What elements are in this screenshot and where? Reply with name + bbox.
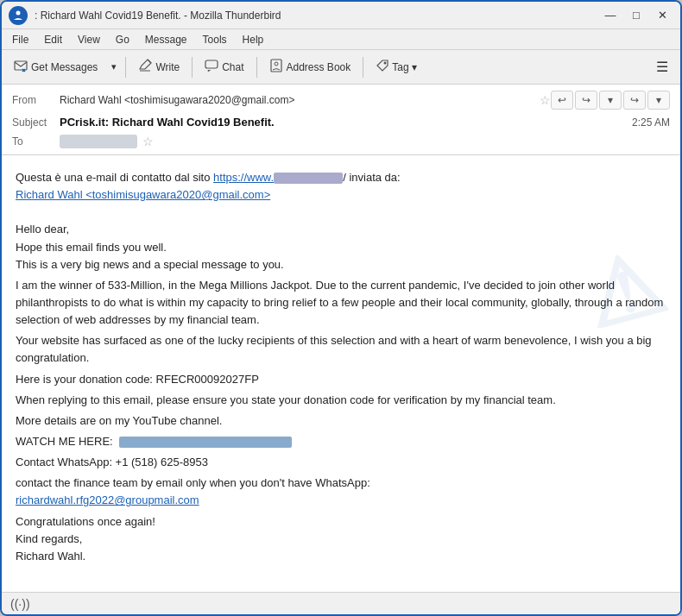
time-value: 2:25 AM: [632, 116, 670, 129]
congratulations-line: Congratulations once again!: [16, 513, 666, 531]
subject-value: PCrisk.it: Richard Wahl Covid19 Benefit.: [60, 116, 632, 129]
from-row: From Richard Wahl <toshimisugawara2020@g…: [2, 88, 680, 112]
minimize-button[interactable]: —: [599, 7, 622, 24]
close-button[interactable]: ✕: [651, 7, 673, 24]
email-link-line: richardwahl.rfg2022@groupmail.com: [16, 492, 666, 509]
tag-label: Tag: [392, 61, 408, 73]
whatsapp-line: Contact WhatsApp: +1 (518) 625-8953: [16, 454, 666, 471]
tag-dropdown-arrow: ▾: [412, 61, 417, 73]
tag-icon: [376, 59, 389, 75]
chat-icon: [205, 59, 218, 75]
chat-button[interactable]: Chat: [198, 54, 250, 80]
donation-code-line: Here is your donation code: RFECR0009202…: [16, 371, 666, 388]
link-website[interactable]: https://www.: [213, 171, 274, 184]
from-label: From: [12, 94, 60, 106]
more-button[interactable]: ▾: [647, 91, 670, 110]
get-messages-button[interactable]: Get Messages: [7, 54, 104, 80]
to-row: To ☆: [2, 132, 680, 151]
sender-line: Richard Wahl <toshimisugawara2020@gmail.…: [16, 186, 666, 204]
toolbar: Get Messages ▾ Write Chat: [2, 50, 680, 85]
separator-3: [256, 57, 257, 78]
subject-row: Subject PCrisk.it: Richard Wahl Covid19 …: [2, 112, 680, 132]
forward-button[interactable]: ↪: [623, 91, 646, 110]
subject-label: Subject: [12, 116, 60, 129]
sender-email-link[interactable]: Richard Wahl <toshimisugawara2020@gmail.…: [16, 188, 270, 201]
header-action-buttons: ↩ ↪ ▾ ↪ ▾: [551, 91, 670, 110]
get-messages-icon: [14, 59, 28, 75]
svg-rect-3: [205, 60, 218, 68]
email-body: ⚠ Questa è una e-mail di contatto dal si…: [2, 155, 680, 592]
svg-point-1: [16, 10, 21, 15]
reply-back-button[interactable]: ↩: [551, 91, 573, 110]
svg-point-5: [275, 62, 278, 66]
chat-label: Chat: [222, 61, 243, 73]
watch-me-line: WATCH ME HERE:: [16, 433, 666, 450]
svg-point-6: [384, 62, 387, 65]
reply-button[interactable]: ↪: [575, 91, 597, 110]
to-star-icon[interactable]: ☆: [142, 135, 154, 148]
more-actions-dropdown[interactable]: ▾: [599, 91, 622, 110]
maximize-button[interactable]: □: [625, 7, 647, 24]
address-book-icon: [269, 59, 283, 75]
window-controls: — □ ✕: [599, 7, 673, 24]
menu-tools[interactable]: Tools: [196, 31, 234, 48]
main-window: : Richard Wahl Covid19 Benefit. - Mozill…: [0, 0, 682, 616]
intro-text-1: Questa è una e-mail di contatto dal sito: [16, 171, 213, 184]
kind-regards-line: Kind regards,: [16, 531, 666, 548]
separator-2: [192, 57, 193, 78]
app-icon: [9, 6, 28, 25]
menu-go[interactable]: Go: [109, 31, 136, 48]
separator-1: [125, 57, 126, 78]
svg-rect-2: [15, 61, 27, 70]
hamburger-menu-button[interactable]: ☰: [649, 54, 675, 80]
menu-file[interactable]: File: [5, 31, 35, 48]
big-news-line: This is a very big news and a special me…: [16, 256, 666, 273]
intro-line: Questa è una e-mail di contatto dal sito…: [16, 169, 666, 186]
title-bar: : Richard Wahl Covid19 Benefit. - Mozill…: [2, 2, 680, 29]
winner-para: I am the winner of 533-Million, in the M…: [16, 277, 666, 329]
replying-instruction: When replying to this email, please ensu…: [16, 392, 666, 409]
watch-me-text: WATCH ME HERE:: [16, 435, 113, 448]
get-messages-dropdown[interactable]: ▾: [108, 54, 120, 80]
separator-4: [363, 57, 363, 78]
greeting-line: Hello dear,: [16, 221, 666, 238]
blurred-link: [119, 437, 292, 448]
write-label: Write: [155, 61, 180, 73]
from-value: Richard Wahl <toshimisugawara2020@gmail.…: [60, 94, 534, 106]
menu-edit[interactable]: Edit: [37, 31, 69, 48]
menu-message[interactable]: Message: [138, 31, 194, 48]
sender-name-line: Richard Wahl.: [16, 548, 666, 565]
status-bar: ((·)): [2, 592, 680, 614]
to-label: To: [12, 135, 60, 148]
menu-bar: File Edit View Go Message Tools Help: [2, 29, 680, 50]
intro-text-2: inviata da:: [346, 171, 401, 184]
email-contact-line: contact the finance team by email only w…: [16, 475, 666, 492]
youtube-line: More details are on my YouTube channel.: [16, 412, 666, 430]
email-link[interactable]: richardwahl.rfg2022@groupmail.com: [16, 493, 199, 506]
star-icon[interactable]: ☆: [540, 93, 551, 107]
get-messages-label: Get Messages: [31, 61, 98, 73]
address-book-label: Address Book: [287, 61, 351, 73]
blurred-url: [274, 173, 343, 184]
write-button[interactable]: Write: [131, 54, 186, 80]
email-header: From Richard Wahl <toshimisugawara2020@g…: [2, 85, 680, 155]
hope-line: Hope this email finds you well.: [16, 239, 666, 256]
address-book-button[interactable]: Address Book: [262, 54, 358, 80]
website-surfaced-para: Your website has surfaced as one of the …: [16, 332, 666, 367]
menu-view[interactable]: View: [71, 31, 107, 48]
menu-help[interactable]: Help: [236, 31, 271, 48]
to-value-blurred: [60, 135, 137, 148]
window-title: : Richard Wahl Covid19 Benefit. - Mozill…: [35, 9, 599, 22]
tag-button[interactable]: Tag ▾: [369, 54, 423, 80]
write-icon: [138, 59, 152, 75]
wifi-icon: ((·)): [10, 597, 30, 611]
